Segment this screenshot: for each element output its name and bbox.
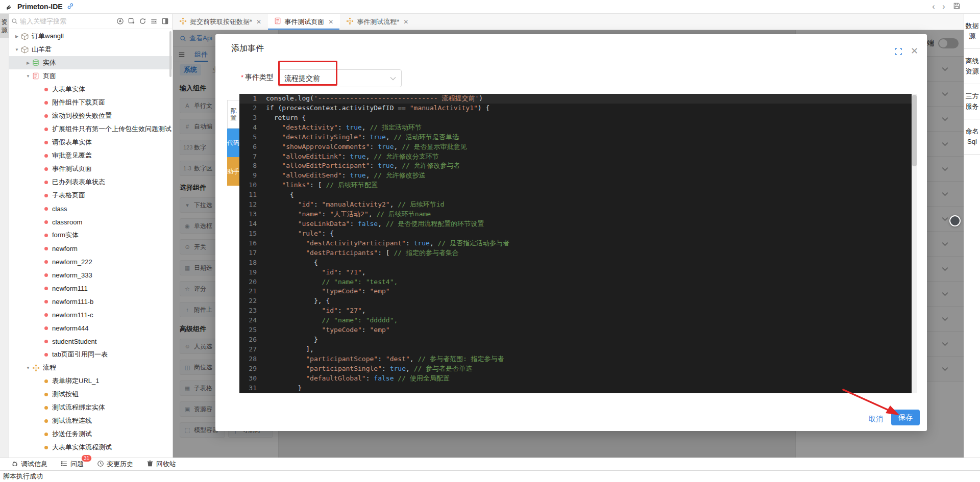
tree-item[interactable]: 测试流程连线 bbox=[9, 414, 172, 427]
close-icon[interactable]: ✕ bbox=[256, 18, 261, 26]
new-resource-icon[interactable] bbox=[128, 17, 135, 25]
tree-item-label: 测试流程连线 bbox=[52, 416, 92, 425]
dock-tab[interactable]: 数据源 bbox=[964, 14, 980, 49]
tree-item[interactable]: ▼流程 bbox=[9, 361, 172, 374]
close-icon[interactable]: ✕ bbox=[328, 18, 333, 26]
back-icon[interactable]: ‹ bbox=[928, 2, 939, 11]
tree-item[interactable]: 请假表单实体 bbox=[9, 136, 172, 149]
status-dot bbox=[44, 114, 48, 118]
bottombar-item[interactable]: 调试信息 bbox=[11, 460, 47, 469]
dock-tab[interactable]: 三方服务 bbox=[964, 84, 980, 119]
chevron-expanded-icon[interactable]: ▼ bbox=[24, 74, 32, 79]
sidebar-scrollbar[interactable] bbox=[169, 31, 172, 77]
bottombar-item[interactable]: 变更历史 bbox=[97, 460, 133, 469]
tree-item[interactable]: 表单绑定URL_1 bbox=[9, 374, 172, 388]
code-editor[interactable]: 1console.log('--------------------------… bbox=[239, 94, 917, 393]
bottombar-item[interactable]: 回收站 bbox=[146, 460, 176, 469]
tree-item[interactable]: newform bbox=[9, 242, 172, 255]
close-icon[interactable]: ✕ bbox=[403, 18, 408, 26]
editor-tab[interactable]: 事件测试页面✕ bbox=[268, 14, 340, 30]
tree-item[interactable]: 附件组件下载页面 bbox=[9, 96, 172, 109]
tree-item[interactable]: 子表格页面 bbox=[9, 189, 172, 202]
refresh-icon[interactable] bbox=[139, 17, 146, 25]
code-line: 2if (processContext.activityDefID == "ma… bbox=[239, 104, 917, 113]
editor-tab[interactable]: 事件测试流程*✕ bbox=[340, 14, 415, 30]
tree-item[interactable]: 扩展组件只有第一个上传包生效问题测试 bbox=[9, 122, 172, 136]
flow-icon bbox=[346, 17, 354, 27]
tree-item-label: 已办列表表单状态 bbox=[52, 177, 105, 187]
save-icon[interactable] bbox=[953, 2, 961, 11]
chevron-expanded-icon[interactable]: ▼ bbox=[13, 47, 20, 52]
code-text: "defaultGlobal": false // 使用全局配置 bbox=[266, 374, 450, 384]
code-line: 13 "name": "人工活动2", // 后续环节name bbox=[239, 210, 917, 219]
tree-item[interactable]: 滚动到校验失败位置 bbox=[9, 109, 172, 122]
cancel-button[interactable]: 取消 bbox=[865, 412, 887, 427]
collapse-all-icon[interactable] bbox=[150, 17, 158, 25]
tree-item[interactable]: ▶订单wangll bbox=[9, 30, 172, 43]
line-number: 13 bbox=[239, 210, 266, 219]
tree-item[interactable]: ▼山羊君 bbox=[9, 43, 172, 56]
tree-item[interactable]: newform111-b bbox=[9, 295, 172, 308]
editor-tab-bar: 提交前获取按钮数据*✕事件测试页面✕事件测试流程*✕ bbox=[173, 14, 964, 30]
ai-assistant-icon[interactable] bbox=[116, 17, 124, 25]
tree-item[interactable]: newform111 bbox=[9, 282, 172, 295]
code-line: 22 }, { bbox=[239, 296, 917, 306]
line-number: 22 bbox=[239, 296, 266, 306]
bottombar-item[interactable]: 问题31 bbox=[61, 460, 84, 469]
line-number: 25 bbox=[239, 325, 266, 335]
tree-item[interactable]: newform111-c bbox=[9, 308, 172, 321]
recycle-icon bbox=[146, 460, 154, 469]
tree-item[interactable]: class bbox=[9, 202, 172, 215]
tree-item[interactable]: 事件测试页面 bbox=[9, 162, 172, 175]
tree-item[interactable]: newform_333 bbox=[9, 268, 172, 282]
tree-item[interactable]: 测试按钮 bbox=[9, 388, 172, 401]
forward-icon[interactable]: › bbox=[939, 2, 949, 11]
split-panel-icon[interactable] bbox=[161, 17, 169, 25]
editor-mode-tab-code[interactable]: 代码 bbox=[227, 129, 239, 157]
add-event-dialog: 添加事件 ✕ *事件类型 流程提交前 配置代码助手 1console.log('… bbox=[215, 34, 927, 431]
tree-item-label: 实体 bbox=[43, 58, 56, 67]
tree-item[interactable]: ▼页面 bbox=[9, 69, 172, 83]
tree-item[interactable]: newform_222 bbox=[9, 255, 172, 268]
chevron-collapsed-icon[interactable]: ▶ bbox=[24, 61, 32, 65]
page-icon bbox=[274, 17, 281, 26]
editor-mode-tab-helper[interactable]: 助手 bbox=[227, 157, 239, 186]
tree-item[interactable]: 已办列表表单状态 bbox=[9, 175, 172, 189]
code-line: 1console.log('--------------------------… bbox=[239, 94, 917, 104]
status-bar: 脚本执行成功 bbox=[0, 470, 980, 482]
event-type-select[interactable]: 流程提交前 bbox=[278, 69, 402, 87]
tree-item[interactable]: ▶实体 bbox=[9, 56, 172, 69]
status-dot bbox=[44, 393, 48, 396]
tree-item[interactable]: form实体 bbox=[9, 229, 172, 242]
chevron-expanded-icon[interactable]: ▼ bbox=[24, 366, 32, 370]
tree-item[interactable]: studentStudent bbox=[9, 335, 172, 348]
code-line: 14 "useLinkData": false, // 是否使用流程配置的环节设… bbox=[239, 219, 917, 229]
dock-tab[interactable]: 命名Sql bbox=[964, 119, 980, 155]
help-float-button[interactable] bbox=[949, 215, 961, 226]
tree-item-label: newform_333 bbox=[52, 271, 92, 279]
tree-item[interactable]: 大表单实体 bbox=[9, 83, 172, 96]
issue-count-badge: 31 bbox=[81, 454, 92, 462]
status-dot bbox=[44, 220, 48, 224]
tree-item[interactable]: 测试流程绑定实体 bbox=[9, 401, 172, 414]
fullscreen-icon[interactable] bbox=[894, 47, 902, 57]
tree-item[interactable]: 大表单实体流程测试 bbox=[9, 441, 172, 454]
editor-tab[interactable]: 提交前获取按钮数据*✕ bbox=[173, 14, 268, 30]
tree-item[interactable]: tab页面引用同一表 bbox=[9, 348, 172, 361]
tree-item[interactable]: 审批意见覆盖 bbox=[9, 149, 172, 162]
tree-item[interactable]: classroom bbox=[9, 215, 172, 229]
code-text: return { bbox=[266, 113, 306, 123]
editor-scrollbar[interactable] bbox=[912, 94, 917, 393]
chevron-collapsed-icon[interactable]: ▶ bbox=[13, 34, 20, 39]
tree-item[interactable]: newform444 bbox=[9, 321, 172, 335]
line-number: 1 bbox=[239, 94, 266, 104]
dock-tab-resources[interactable]: 资源 bbox=[0, 14, 9, 38]
tree-item[interactable]: 抄送任务测试 bbox=[9, 427, 172, 441]
save-button[interactable]: 保存 bbox=[891, 410, 920, 425]
close-icon[interactable]: ✕ bbox=[911, 45, 918, 57]
link-icon[interactable] bbox=[67, 3, 74, 11]
tree-item-label: 页面 bbox=[43, 71, 56, 81]
dock-tab[interactable]: 离线资源 bbox=[964, 49, 980, 84]
editor-mode-tab-cfg[interactable]: 配置 bbox=[227, 100, 239, 129]
search-input[interactable] bbox=[20, 17, 116, 25]
